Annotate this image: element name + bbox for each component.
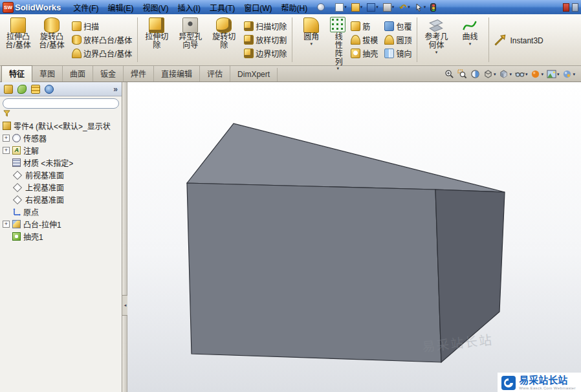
zoom-fit-button[interactable] (444, 69, 455, 80)
tree-filter-input[interactable] (3, 98, 119, 109)
tree-item-top-plane[interactable]: 上视基准面 (0, 181, 122, 193)
dropdown-arrow-icon[interactable]: ▾ (525, 72, 528, 77)
menu-edit[interactable]: 编辑(E) (104, 1, 138, 14)
dropdown-arrow-icon[interactable]: ▾ (541, 72, 543, 77)
tab-surfaces[interactable]: 曲面 (63, 66, 93, 82)
hide-show-items-button[interactable]: ▾ (514, 69, 529, 80)
swept-cut-button[interactable]: 扫描切除 (242, 20, 289, 32)
shell-button[interactable]: 抽壳 (349, 47, 380, 60)
undo-button[interactable]: ↶▾ (397, 3, 411, 12)
box-top-face[interactable] (187, 124, 505, 192)
rebuild-button[interactable] (429, 3, 437, 12)
solidworks-resources-icon[interactable] (563, 3, 569, 12)
draft-icon (351, 35, 360, 45)
dropdown-arrow-icon[interactable]: ▾ (494, 72, 496, 77)
dropdown-arrow-icon[interactable]: ▾ (360, 5, 363, 10)
view-settings-button[interactable]: ▾ (562, 69, 576, 80)
dropdown-arrow-icon[interactable]: ▾ (311, 41, 313, 46)
extruded-boss-button[interactable]: 拉伸凸 台/基体 (1, 15, 35, 65)
part-icon (3, 122, 11, 130)
tab-direct-editing[interactable]: 直接编辑 (154, 66, 200, 82)
tree-item-boss-extrude1[interactable]: + 凸台-拉伸1 (0, 218, 122, 230)
configurationmanager-tab-icon[interactable] (31, 85, 40, 94)
boundary-boss-button[interactable]: 边界凸台/基体 (70, 47, 134, 60)
boundary-cut-button[interactable]: 边界切除 (242, 47, 289, 60)
hole-wizard-button[interactable]: 异型孔 向导 (173, 15, 207, 65)
featuremanager-tree-tab-icon[interactable] (4, 85, 13, 94)
dropdown-arrow-icon[interactable]: ▾ (424, 5, 426, 10)
dimxpertmanager-tab-icon[interactable] (45, 85, 54, 94)
expand-icon[interactable]: + (3, 147, 10, 154)
tab-dimxpert[interactable]: DimXpert (230, 68, 278, 82)
pin-menu-icon[interactable] (317, 3, 325, 11)
tree-item-right-plane[interactable]: 右视基准面 (0, 193, 122, 206)
dropdown-arrow-icon[interactable]: ▾ (337, 66, 340, 71)
draft-button[interactable]: 拔模 (349, 34, 380, 46)
panel-overflow-chevron-icon[interactable]: » (113, 85, 118, 94)
curves-button[interactable]: 曲线 ▾ (453, 15, 487, 65)
new-document-button[interactable]: ▾ (334, 3, 348, 12)
dome-button[interactable]: 圆顶 (382, 34, 413, 46)
dropdown-arrow-icon[interactable]: ▾ (376, 5, 378, 10)
save-button[interactable]: ▾ (366, 3, 380, 12)
graphics-area[interactable]: 易采站长站 易采站长站 Www.Easck.Com Webmaster (127, 82, 581, 392)
tree-item-origin[interactable]: 原点 (0, 206, 122, 218)
revolved-cut-icon (216, 17, 232, 33)
zoom-area-button[interactable] (457, 69, 468, 80)
instant3d-button[interactable]: Instant3D (491, 15, 545, 65)
menu-tools[interactable]: 工具(T) (205, 1, 239, 14)
dropdown-arrow-icon[interactable]: ▾ (573, 72, 575, 77)
menu-view[interactable]: 视图(V) (138, 1, 173, 14)
tree-item-sensors[interactable]: + 传感器 (0, 132, 122, 144)
dropdown-arrow-icon[interactable]: ▾ (408, 5, 410, 10)
dropdown-arrow-icon[interactable]: ▾ (392, 5, 395, 10)
dropdown-arrow-icon[interactable]: ▾ (469, 41, 472, 46)
edit-appearance-button[interactable]: ▾ (530, 69, 544, 80)
menu-insert[interactable]: 插入(I) (173, 1, 205, 14)
section-view-button[interactable] (470, 69, 481, 80)
tab-sheet-metal[interactable]: 钣金 (93, 66, 124, 82)
revolved-boss-button[interactable]: 旋转凸 台/基体 (35, 15, 69, 65)
swept-boss-button[interactable]: 扫描 (70, 20, 134, 32)
model-box[interactable] (127, 82, 581, 392)
open-button[interactable]: ▾ (350, 3, 364, 12)
tree-item-material[interactable]: 材质 <未指定> (0, 157, 122, 169)
display-style-button[interactable]: ▾ (498, 69, 512, 80)
tree-item-front-plane[interactable]: 前视基准面 (0, 169, 122, 181)
wrap-button[interactable]: 包覆 (382, 20, 413, 32)
linear-pattern-button[interactable]: 线性阵列 ▾ (328, 15, 347, 65)
menu-file[interactable]: 文件(F) (69, 1, 103, 14)
view-orientation-button[interactable]: ▾ (483, 69, 497, 80)
dropdown-arrow-icon[interactable]: ▾ (557, 72, 560, 77)
lofted-cut-button[interactable]: 放样切割 (242, 34, 289, 46)
rib-button[interactable]: 筋 (349, 20, 380, 32)
dropdown-arrow-icon[interactable]: ▾ (435, 50, 438, 54)
menu-window[interactable]: 窗口(W) (239, 1, 276, 14)
print-button[interactable]: ▾ (382, 3, 396, 12)
tab-evaluate[interactable]: 评估 (200, 66, 230, 82)
dropdown-arrow-icon[interactable]: ▾ (344, 5, 347, 10)
expand-icon[interactable]: + (3, 221, 10, 228)
box-front-face[interactable] (187, 183, 441, 362)
panel-splitter[interactable]: ◄ (122, 82, 127, 392)
extruded-cut-button[interactable]: 拉伸切 除 (140, 15, 173, 65)
revolved-cut-button[interactable]: 旋转切 除 (207, 15, 241, 65)
lofted-boss-button[interactable]: 放样凸台/基体 (70, 34, 134, 46)
propertymanager-tab-icon[interactable] (17, 85, 27, 94)
tree-item-part[interactable]: 零件4 (默认<<默认>_显示状 (0, 120, 122, 132)
mirror-button[interactable]: 镜向 (382, 47, 413, 60)
reference-geometry-button[interactable]: 参考几 何体 ▾ (419, 15, 453, 65)
tree-item-annotations[interactable]: + 注解 (0, 144, 122, 157)
filter-funnel-icon[interactable] (3, 110, 10, 117)
menu-help[interactable]: 帮助(H) (277, 1, 312, 14)
fillet-button[interactable]: 圆角 ▾ (294, 15, 328, 65)
expand-icon[interactable]: + (3, 135, 10, 142)
select-button[interactable]: ▾ (413, 3, 428, 12)
apply-scene-button[interactable]: ▾ (546, 69, 560, 80)
tree-item-shell1[interactable]: 抽壳1 (0, 230, 122, 243)
task-pane-toggle-icon[interactable] (572, 3, 578, 12)
tab-features[interactable]: 特征 (1, 65, 32, 82)
tab-weldments[interactable]: 焊件 (124, 66, 154, 82)
dropdown-arrow-icon[interactable]: ▾ (509, 72, 512, 77)
tab-sketch[interactable]: 草图 (32, 66, 63, 82)
